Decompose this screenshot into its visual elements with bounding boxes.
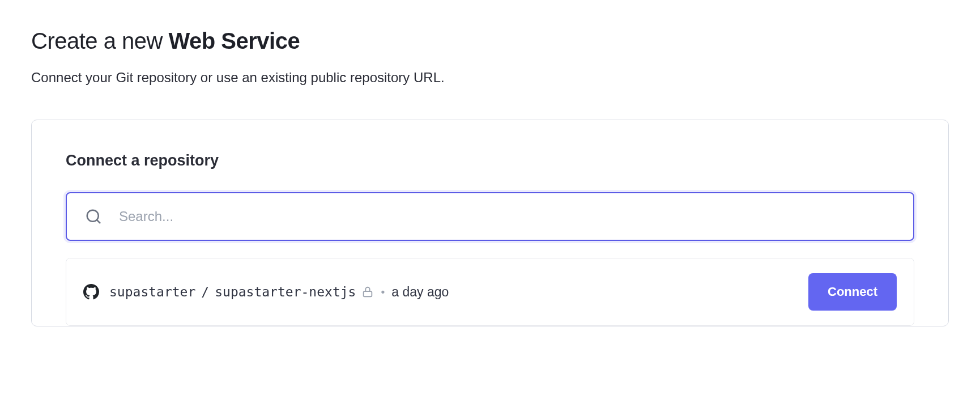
repo-info: supastarter / supastarter-nextjs • a day… — [83, 284, 449, 300]
card-title: Connect a repository — [66, 152, 914, 169]
search-input[interactable] — [66, 192, 914, 241]
repo-list: supastarter / supastarter-nextjs • a day… — [66, 258, 914, 326]
svg-line-1 — [97, 220, 100, 223]
search-wrapper — [66, 192, 914, 241]
repo-row: supastarter / supastarter-nextjs • a day… — [66, 258, 914, 325]
github-icon — [83, 284, 99, 300]
repo-owner: supastarter — [109, 285, 195, 299]
repo-path: supastarter / supastarter-nextjs • a day… — [109, 285, 449, 300]
path-separator: / — [201, 285, 209, 299]
repo-updated: a day ago — [391, 285, 449, 300]
dot-separator: • — [380, 286, 386, 298]
page-subtitle: Connect your Git repository or use an ex… — [31, 70, 949, 86]
connect-repository-card: Connect a repository supastarter / supas… — [31, 120, 949, 326]
page-title-prefix: Create a new — [31, 28, 169, 53]
connect-button[interactable]: Connect — [808, 273, 897, 311]
page-title: Create a new Web Service — [31, 28, 949, 54]
repo-name: supastarter-nextjs — [215, 285, 356, 299]
svg-rect-2 — [364, 291, 372, 296]
search-icon — [85, 208, 102, 225]
page-title-bold: Web Service — [169, 28, 300, 53]
lock-icon — [361, 286, 374, 298]
